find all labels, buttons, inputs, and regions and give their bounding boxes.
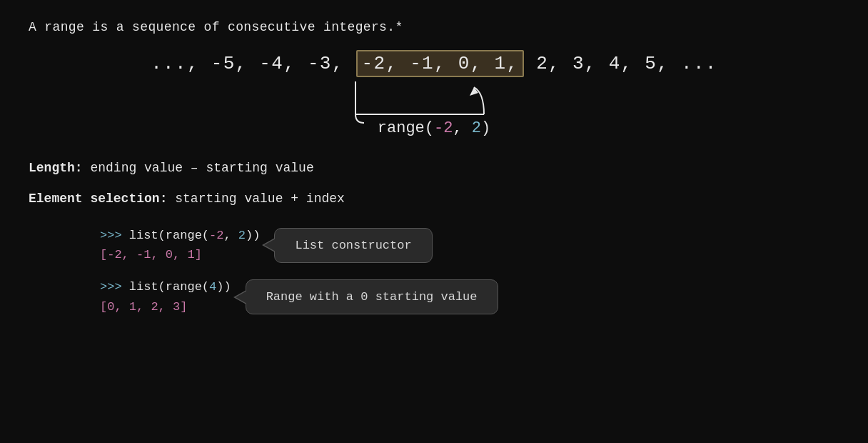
length-text: ending value – starting value [83,161,314,175]
element-section: Element selection: starting value + inde… [29,189,839,209]
code-1-neg: -2 [209,229,223,242]
code-block-1: >>> list(range(-2, 2)) [-2, -1, 0, 1] [100,226,260,264]
num-suffix: 2, 3, 4, 5, ... [536,53,717,74]
range-close: ) [481,119,490,137]
tooltip-2: Range with a 0 starting value [246,279,498,314]
code-line-2: >>> list(range(4)) [100,277,231,297]
num-prefix: ..., -5, -4, -3, [151,53,343,74]
element-text: starting value + index [167,191,344,206]
code-1-fn: list(range( [129,229,209,242]
range-fn: range( [378,119,434,137]
range-start: -2 [434,119,453,137]
result-2-close: ] [180,300,187,314]
number-line-container: ..., -5, -4, -3, -2, -1, 0, 1, 2, 3, 4, … [29,50,839,137]
intro-label: A range is a sequence of consecutive int… [29,20,403,34]
element-label: Element selection: [29,191,167,206]
result-2-content: 0, 1, 2, 3 [107,300,180,314]
tooltip-1: List constructor [274,228,432,263]
code-1-sep: , [223,229,238,242]
code-line-1: >>> list(range(-2, 2)) [100,226,260,245]
result-1-content: -2, -1, 0, 1 [107,248,194,262]
result-1-open: [ [100,248,107,262]
code-1-pos: 2 [238,229,246,242]
result-1-close: ] [195,248,202,262]
range-end: 2 [472,119,481,137]
tooltip-2-text: Range with a 0 starting value [266,290,478,304]
code-2-fn: list(range( [129,280,209,294]
result-2-open: [ [100,300,107,314]
intro-text: A range is a sequence of consecutive int… [29,20,839,34]
prompt-2: >>> [100,280,129,294]
code-example-1: >>> list(range(-2, 2)) [-2, -1, 0, 1] Li… [100,226,839,264]
prompt-1: >>> [100,229,129,242]
length-label: Length: [29,161,83,175]
code-1-end: )) [246,229,260,242]
range-comma: , [453,119,471,137]
num-highlighted: -2, -1, 0, 1, [356,50,525,77]
tooltip-1-text: List constructor [295,239,411,252]
svg-marker-2 [470,87,478,96]
code-example-2: >>> list(range(4)) [0, 1, 2, 3] Range wi… [100,277,839,316]
range-label: range(-2, 2) [378,119,490,137]
code-2-end: )) [216,280,231,294]
number-line: ..., -5, -4, -3, -2, -1, 0, 1, 2, 3, 4, … [151,50,717,77]
result-line-2: [0, 1, 2, 3] [100,297,231,317]
length-section: Length: ending value – starting value [29,159,839,178]
bracket-area: range(-2, 2) [313,80,555,137]
code-examples: >>> list(range(-2, 2)) [-2, -1, 0, 1] Li… [29,226,839,317]
code-2-pos: 4 [209,280,216,294]
result-line-1: [-2, -1, 0, 1] [100,245,260,264]
code-block-2: >>> list(range(4)) [0, 1, 2, 3] [100,277,231,316]
